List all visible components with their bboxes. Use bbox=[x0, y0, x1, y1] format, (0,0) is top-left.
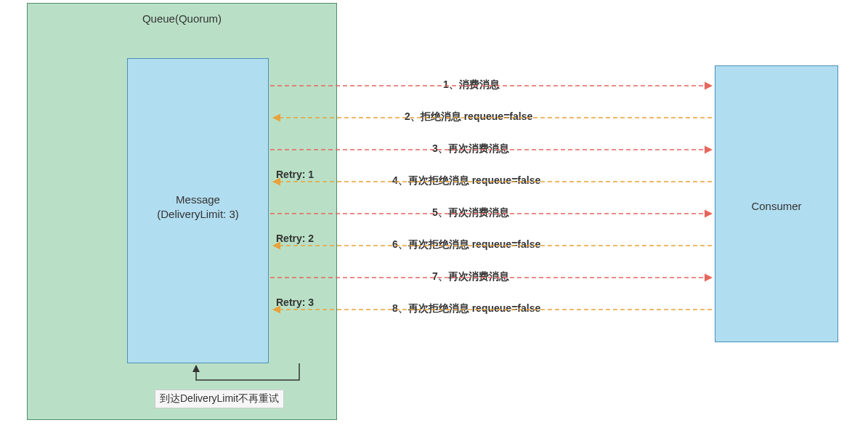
message-text: Message (DeliveryLimit: 3) bbox=[127, 193, 269, 222]
retry-3-label: Retry: 3 bbox=[276, 296, 314, 308]
step-5-label: 5、再次消费消息 bbox=[432, 206, 509, 219]
retry-1-label: Retry: 1 bbox=[276, 169, 314, 180]
consumer-label: Consumer bbox=[715, 200, 838, 212]
step-1-label: 1、消费消息 bbox=[443, 78, 500, 92]
diagram-canvas: Queue(Quorum) Message (DeliveryLimit: 3)… bbox=[0, 0, 868, 428]
step-2-label: 2、拒绝消息 requeue=false bbox=[405, 110, 532, 124]
step-8-label: 8、再次拒绝消息 requeue=false bbox=[392, 302, 540, 315]
message-line-2: (DeliveryLimit: 3) bbox=[157, 208, 239, 220]
step-7-label: 7、再次消费消息 bbox=[432, 270, 509, 283]
step-4-label: 4、再次拒绝消息 requeue=false bbox=[392, 174, 540, 187]
queue-title: Queue(Quorum) bbox=[28, 12, 336, 25]
message-line-1: Message bbox=[176, 193, 220, 206]
delivery-limit-note: 到达DeliveryLimit不再重试 bbox=[155, 389, 284, 408]
retry-2-label: Retry: 2 bbox=[276, 233, 314, 244]
step-3-label: 3、再次消费消息 bbox=[432, 142, 509, 156]
step-6-label: 6、再次拒绝消息 requeue=false bbox=[392, 238, 540, 251]
